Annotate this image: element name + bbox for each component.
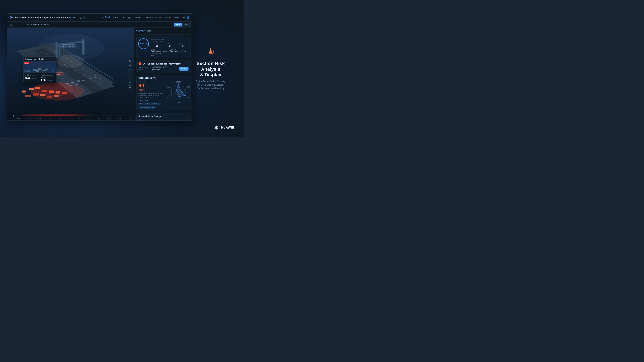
tl-label-11: 10:00 xyxy=(128,118,131,119)
cone-icon xyxy=(206,46,216,57)
overall-risk-fields: Warning Time 05/17/2022 09:37:56 Status … xyxy=(138,66,180,71)
tl-label-5: 20:00 xyxy=(68,118,71,119)
panel-tabs: Overview Risk xyxy=(136,30,191,34)
forward-button[interactable]: › xyxy=(18,23,22,26)
menu-button[interactable]: ☰ xyxy=(9,23,13,26)
within-value-row: 376 Vehicles xyxy=(25,77,38,80)
expand-control[interactable]: ⛶ xyxy=(53,70,55,72)
fog-label: Sudden fog xyxy=(65,45,74,47)
app-location: Chengdu, China xyxy=(73,16,89,18)
road-info-details: Start: Outer K21+420 End: Outer K22+450 … xyxy=(151,38,189,56)
svg-rect-21 xyxy=(49,90,54,93)
app-logo xyxy=(10,16,13,19)
view-2d-button[interactable]: 2D xyxy=(128,59,132,63)
section-risk-level-body: Risk Level 93 High ↑ Ranking in Chenghua… xyxy=(138,81,188,109)
within-value: 376 xyxy=(25,77,30,80)
settings-button[interactable]: ⚙ xyxy=(128,85,132,90)
tl-label-10: 08:00 xyxy=(118,118,121,119)
tab-overview[interactable]: Overview xyxy=(136,30,145,33)
risk-icon xyxy=(138,62,141,65)
timeline-bar: ⏱ ⏸ 10:00 12:00 14:00 16:00 18:00 20:00 … xyxy=(7,113,134,121)
road-devices: ePolice Cameras 3 Radars 2 Cameras 8 xyxy=(151,43,189,48)
overall-chart-left: Overall Section Risk 93 xyxy=(138,119,144,121)
map-area[interactable]: Sudden fog Heavy Traffic Causes: Heavy T… xyxy=(7,28,134,121)
within-stat: Within 500 m 376 Vehicles xyxy=(25,74,38,82)
section-profile-title: Section Profile xyxy=(138,100,165,101)
fog-badge: Sudden fog xyxy=(60,44,76,48)
live-badge: LIVE xyxy=(24,62,29,64)
svg-text:Traffic: Traffic xyxy=(187,96,190,98)
svg-text:92: 92 xyxy=(185,95,186,96)
causes-video: LIVE ▶ ⏸ ⛶ xyxy=(24,61,56,73)
header-datetime: 05/17/2022 10:02:32 Tues 16°C Cloudy xyxy=(146,16,178,18)
svg-text:Violation: Violation xyxy=(167,96,170,98)
svg-rect-105 xyxy=(213,53,214,53)
overall-risk-chart-row: Overall Section Risk 93 100 75 25 0 xyxy=(138,119,188,121)
zoom-in-button[interactable]: + xyxy=(128,69,132,74)
pause-control[interactable]: ⏸ xyxy=(27,70,30,72)
compass-button[interactable]: ⊕ xyxy=(128,80,132,84)
svg-text:Traffic: Traffic xyxy=(167,95,170,96)
svg-rect-20 xyxy=(22,90,26,92)
risk-score: 93 xyxy=(138,83,165,88)
section-risk-icon xyxy=(187,46,234,57)
svg-rect-102 xyxy=(209,51,212,51)
overall-risk-body: Warning Time 05/17/2022 09:37:56 Status … xyxy=(138,66,188,71)
section-risk-title: Section Risk Analysis& Display xyxy=(187,61,234,78)
header-nav: Key Road District Risk Mgmt Model xyxy=(101,16,141,19)
passing-value-row: 2865 vehicles xyxy=(41,79,54,82)
radars: Radars 2 xyxy=(164,43,176,48)
tl-label-0: 10:00 xyxy=(17,118,20,119)
risk-score-area: Risk Level 93 High ↑ Ranking in Chenghua… xyxy=(138,81,165,109)
svg-rect-17 xyxy=(29,88,34,90)
svg-rect-19 xyxy=(42,90,48,92)
profile-tag-1: Frequent Congestion xyxy=(138,106,156,109)
zoom-out-button[interactable]: − xyxy=(128,75,132,79)
tab-risk[interactable]: Risk xyxy=(148,30,152,33)
passing-label: Passing Vehicles per Hour xyxy=(41,74,54,78)
timeline-pause-icon[interactable]: ⏸ xyxy=(12,114,15,117)
road-start: Start: Outer K21+420 xyxy=(151,38,189,40)
breadcrumb-dots: ... xyxy=(23,23,24,26)
svg-rect-26 xyxy=(25,95,31,97)
svg-rect-32 xyxy=(82,80,85,81)
nav-risk-mgmt[interactable]: Risk Mgmt xyxy=(122,16,132,19)
svg-text:31: 31 xyxy=(175,90,176,91)
risk-notification-dot xyxy=(152,30,152,31)
svg-rect-22 xyxy=(56,91,60,93)
overall-sparkline: 100 75 25 0 10:00 14:00 18 xyxy=(145,119,188,121)
now-plan-toggle: Now Plan xyxy=(174,23,191,26)
svg-text:Behavior: Behavior xyxy=(167,87,170,88)
map-controls: 2D ⛶ + − ⊕ ⚙ xyxy=(128,59,132,90)
epolice-cameras: ePolice Cameras 3 xyxy=(151,43,163,48)
main-window: Smart Road Traffic Risk Analysis and Con… xyxy=(7,13,193,121)
causes-stats: Within 500 m 376 Vehicles Passing Vehicl… xyxy=(24,73,56,83)
back-button[interactable]: ‹ xyxy=(14,23,17,26)
svg-rect-25 xyxy=(62,92,66,94)
svg-text:Proportion: Proportion xyxy=(176,102,181,103)
warning-time-row: Warning Time 05/17/2022 09:37:56 xyxy=(138,66,180,68)
passing-stat: Passing Vehicles per Hour 2865 vehicles xyxy=(41,74,54,82)
user-icon[interactable]: 👤 xyxy=(187,16,190,19)
nav-district[interactable]: District xyxy=(113,16,119,19)
timeline-history-icon[interactable]: ⏱ xyxy=(9,114,11,117)
header-icons: ☀ 👤 xyxy=(183,16,190,19)
causes-popup: Causes: Heavy Traffic ✕ xyxy=(24,56,56,83)
now-button[interactable]: Now xyxy=(174,23,182,26)
svg-rect-27 xyxy=(47,96,52,98)
plan-button[interactable]: Plan xyxy=(182,23,191,26)
sun-icon: ☀ xyxy=(183,16,185,19)
causes-popup-title: Causes: Heavy Traffic xyxy=(25,58,44,60)
svg-marker-101 xyxy=(209,47,212,53)
ranking-chenghua: Ranking in Chenghua District 4 /246 xyxy=(138,92,165,94)
risk-cause-changes-section: Risk and Cause Changes Overall Section R… xyxy=(136,113,191,121)
svg-text:21: 21 xyxy=(175,92,176,93)
play-control[interactable]: ▶ xyxy=(24,70,27,72)
causes-popup-close[interactable]: ✕ xyxy=(52,58,54,60)
huawei-logo-icon xyxy=(213,125,220,130)
nav-model[interactable]: Model xyxy=(136,16,141,19)
timeline-track[interactable]: 10:00 12:00 14:00 16:00 18:00 20:00 22:0… xyxy=(16,114,132,117)
svg-text:32: 32 xyxy=(184,90,186,91)
fullscreen-button[interactable]: ⛶ xyxy=(128,64,132,68)
nav-key-road[interactable]: Key Road xyxy=(101,16,110,19)
